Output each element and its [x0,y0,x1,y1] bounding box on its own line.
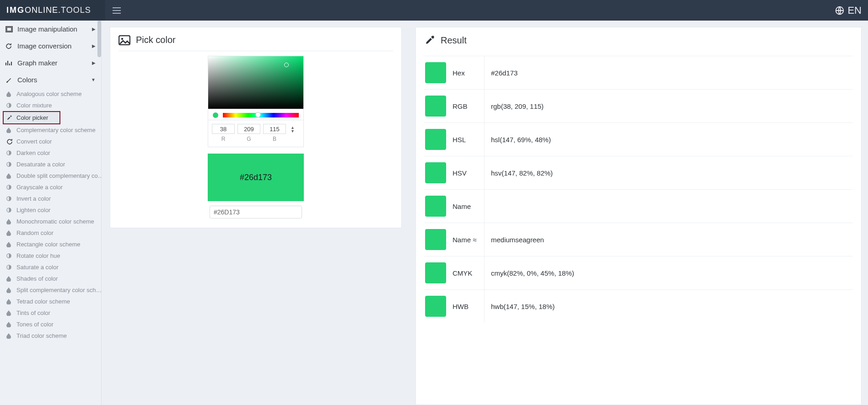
sidebar-group-graph-maker[interactable]: Graph maker▶ [0,54,101,71]
image-icon [119,35,130,45]
sidebar-item-tetrad-color-scheme[interactable]: Tetrad color scheme [4,296,101,307]
sidebar-item-darken-color[interactable]: Darken color [4,147,101,159]
svg-point-12 [121,37,123,39]
sidebar-item-tones-of-color[interactable]: Tones of color [4,319,101,330]
result-swatch [425,96,446,117]
sidebar-item-label: Grayscale a color [16,184,63,191]
b-input[interactable] [263,124,286,134]
sidebar-item-label: Rotate color hue [16,252,60,259]
sidebar-item-label: Split complementary color sch… [16,287,101,293]
sv-handle[interactable] [284,63,289,67]
sidebar-item-label: Rectangle color scheme [16,241,80,248]
menu-toggle-button[interactable] [110,0,124,21]
sidebar-item-desaturate-a-color[interactable]: Desaturate a color [4,159,101,170]
sidebar-item-saturate-a-color[interactable]: Saturate a color [4,261,101,273]
result-key: RGB [453,90,485,123]
brand-logo[interactable]: IMGONLINE.TOOLS [0,0,105,21]
result-key: HWB [453,290,485,323]
chevron-right-icon: ▶ [92,60,96,65]
sidebar-item-label: Darken color [16,149,50,156]
result-key: Name ≈ [453,223,485,256]
sidebar-item-label: Color mixture [16,102,52,109]
contrast-icon [6,185,13,190]
sidebar-item-random-color[interactable]: Random color [4,227,101,239]
result-row-hwb: HWBhwb(147, 15%, 18%) [424,289,853,323]
refresh-icon [6,139,13,145]
hex-input[interactable] [210,206,302,218]
sidebar-item-lighten-color[interactable]: Lighten color [4,204,101,216]
drop-icon [6,91,13,97]
hamburger-icon [113,7,121,14]
language-label: EN [847,5,862,16]
sidebar-group-colors[interactable]: Colors▼ [0,71,101,88]
sidebar-item-rotate-color-hue[interactable]: Rotate color hue [4,250,101,261]
sidebar-item-rectangle-color-scheme[interactable]: Rectangle color scheme [4,239,101,250]
svg-rect-2 [7,27,11,31]
drop-icon [6,322,13,327]
sidebar-item-invert-a-color[interactable]: Invert a color [4,193,101,204]
sidebar-item-convert-color[interactable]: Convert color [4,136,101,147]
rgb-inputs-row: R G B ▲ ▼ [208,120,304,147]
sidebar-item-label: Convert color [16,138,52,145]
hue-handle[interactable] [255,112,261,117]
sidebar: Image manipulation▶Image conversion▶Grap… [0,21,102,405]
r-input[interactable] [212,124,235,134]
sidebar-item-label: Tetrad color scheme [16,298,70,305]
sidebar-item-split-complementary-color-sch-[interactable]: Split complementary color sch… [4,284,101,296]
sidebar-item-analogous-color-scheme[interactable]: Analogous color scheme [4,88,101,100]
result-value: hwb(147, 15%, 18%) [485,303,555,310]
r-label: R [221,136,226,142]
g-input[interactable] [237,124,260,134]
sidebar-item-label: Monochromatic color scheme [16,218,94,225]
selected-color-hex: #26d173 [240,173,272,182]
rgb-stepper[interactable]: ▲ ▼ [291,126,295,133]
sidebar-item-label: Tints of color [16,309,50,316]
sidebar-item-label: Saturate a color [16,264,59,271]
brand-bold: IMG [6,5,25,15]
sidebar-item-label: Lighten color [16,207,50,213]
content-area: Pick color R [102,21,868,405]
result-row-hsv: HSVhsv(147, 82%, 82%) [424,156,853,189]
sidebar-item-complementary-color-scheme[interactable]: Complementary color scheme [4,124,101,136]
dropper-icon [424,35,435,46]
sidebar-item-color-mixture[interactable]: Color mixture [4,100,101,111]
result-swatch [425,296,446,317]
sidebar-item-grayscale-a-color[interactable]: Grayscale a color [4,181,101,193]
sidebar-item-shades-of-color[interactable]: Shades of color [4,273,101,284]
result-key: HSL [453,123,485,156]
result-value: hsv(147, 82%, 82%) [485,169,553,177]
result-key: Name [453,190,485,223]
sidebar-item-label: Desaturate a color [16,161,65,168]
result-key: CMYK [453,256,485,289]
sidebar-group-image-conversion[interactable]: Image conversion▶ [0,37,101,54]
frame-icon [5,26,13,32]
chevron-right-icon: ▶ [92,43,96,48]
contrast-icon [6,265,13,270]
contrast-icon [6,150,13,155]
result-row-name: Name [424,189,853,223]
drop-icon [6,128,13,133]
sidebar-item-monochromatic-color-scheme[interactable]: Monochromatic color scheme [4,216,101,227]
result-value: hsl(147, 69%, 48%) [485,136,551,144]
result-row-hsl: HSLhsl(147, 69%, 48%) [424,123,853,156]
saturation-value-box[interactable] [208,56,304,109]
sidebar-item-tints-of-color[interactable]: Tints of color [4,307,101,319]
sidebar-item-label: Color picker [16,114,48,121]
pick-color-heading: Pick color [119,35,393,51]
b-label: B [273,136,276,142]
sidebar-group-image-manipulation[interactable]: Image manipulation▶ [0,21,101,37]
result-panel: Result Hex#26d173RGBrgb(38, 209, 115)HSL… [415,27,862,405]
result-key: HSV [453,156,485,189]
sidebar-item-label: Triad color scheme [16,332,67,339]
g-label: G [247,136,251,142]
drop-icon [6,230,13,236]
contrast-icon [6,253,13,258]
pick-color-title: Pick color [136,35,176,45]
sidebar-item-color-picker[interactable]: Color picker [3,111,60,124]
hue-slider[interactable] [223,113,299,117]
contrast-icon [6,162,13,167]
sidebar-item-label: Analogous color scheme [16,91,81,97]
language-selector[interactable]: EN [835,0,862,21]
sidebar-item-double-split-complementary-co-[interactable]: Double split complementary co… [4,170,101,181]
sidebar-item-triad-color-scheme[interactable]: Triad color scheme [4,330,101,341]
